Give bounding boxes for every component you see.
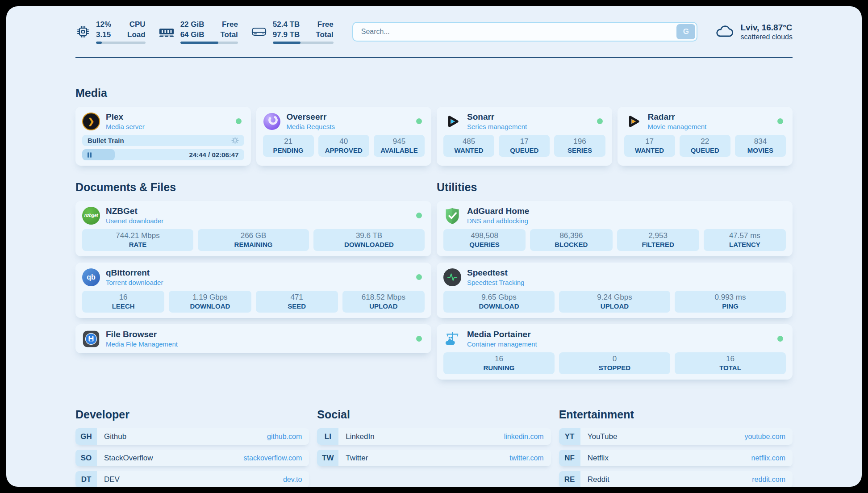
adguard-icon (443, 207, 461, 225)
stat-seed: 471 SEED (256, 291, 338, 313)
stat-value: 0 (613, 355, 617, 363)
speedtest-card[interactable]: Speedtest Speedtest Tracking 9.65 Gbps D… (437, 263, 793, 318)
stat-queued: 17 QUEUED (499, 135, 550, 157)
filebrowser-card[interactable]: File Browser Media File Management (75, 324, 431, 353)
app-name: Overseerr (287, 112, 335, 122)
cpu-label: CPU (127, 20, 146, 29)
ram-free-label: Free (221, 20, 238, 29)
stat-label: PING (722, 302, 739, 310)
link-url: github.com (267, 433, 302, 441)
stat-label: RATE (129, 241, 147, 248)
search-input[interactable] (352, 22, 698, 42)
app-name: NZBGet (106, 206, 163, 216)
stat-value: 16 (495, 355, 503, 363)
link-dev[interactable]: DT DEV dev.to (75, 471, 309, 487)
now-playing-row[interactable]: Bullet Train (82, 135, 244, 146)
stat-value: 40 (339, 137, 348, 146)
cpu-progress-bar (96, 42, 146, 44)
stat-upload: 9.24 Gbps UPLOAD (559, 291, 670, 313)
github-badge: GH (75, 428, 97, 445)
disk-free-label: Free (316, 20, 333, 29)
stat-pending: 21 PENDING (263, 135, 314, 157)
stat-value: 196 (573, 137, 586, 146)
plex-card[interactable]: ❯ Plex Media server Bullet Train (75, 107, 251, 166)
app-subtitle: Usenet downloader (106, 217, 163, 225)
stat-label: QUEUED (691, 146, 719, 154)
search-engine-button[interactable]: G (676, 24, 695, 39)
stat-label: SEED (288, 302, 306, 310)
link-reddit[interactable]: RE Reddit reddit.com (559, 471, 793, 487)
app-subtitle: Speedtest Tracking (467, 279, 524, 286)
stat-download: 9.65 Gbps DOWNLOAD (443, 291, 555, 313)
stat-value: 945 (393, 137, 405, 146)
link-youtube[interactable]: YT YouTube youtube.com (559, 428, 793, 445)
link-twitter[interactable]: TW Twitter twitter.com (317, 450, 551, 466)
cpu-usage-value: 12% (96, 20, 111, 29)
social-section-title: Social (317, 408, 551, 421)
stat-value: 9.65 Gbps (481, 293, 516, 302)
app-name: Sonarr (467, 112, 527, 122)
app-name: File Browser (106, 330, 178, 339)
disk-total-value: 97.9 TB (273, 30, 300, 40)
media-section: Media ❯ Plex Media server Bullet Train (75, 87, 793, 166)
overseerr-card[interactable]: Overseerr Media Requests 21 PENDING 40 A… (256, 107, 432, 166)
stat-stopped: 0 STOPPED (559, 352, 670, 374)
stat-label: RUNNING (484, 364, 515, 372)
documents-section-title: Documents & Files (75, 181, 431, 194)
stat-value: 9.24 Gbps (597, 293, 632, 302)
stat-value: 471 (290, 293, 303, 302)
entertainment-section: Entertainment YT YouTube youtube.com NF … (559, 408, 793, 487)
stat-wanted: 485 WANTED (443, 135, 494, 157)
header-divider (75, 57, 793, 58)
ram-total-label: Total (221, 30, 238, 40)
cpu-load-value: 3.15 (96, 30, 111, 40)
weather-condition: scattered clouds (740, 33, 793, 41)
playback-time: 24:44 / 02:06:47 (189, 151, 239, 159)
status-dot (597, 118, 603, 124)
speedtest-icon (443, 268, 461, 286)
stat-label: UPLOAD (601, 302, 629, 310)
link-linkedin[interactable]: LI LinkedIn linkedin.com (317, 428, 551, 445)
link-stackoverflow[interactable]: SO StackOverflow stackoverflow.com (75, 450, 309, 466)
sonarr-card[interactable]: Sonarr Series management 485 WANTED 17 Q… (437, 107, 612, 166)
pause-icon (88, 152, 92, 158)
ram-stat: 22 GiB 64 GiB Free Total (158, 20, 238, 44)
stat-value: 618.52 Mbps (362, 293, 405, 302)
app-name: qBittorrent (106, 268, 163, 278)
link-name: Netflix (588, 454, 609, 463)
status-dot (236, 118, 242, 124)
status-dot (777, 118, 783, 124)
reddit-badge: RE (559, 471, 580, 487)
link-url: dev.to (283, 476, 302, 484)
youtube-badge: YT (559, 428, 580, 445)
nzbget-card[interactable]: nzbget NZBGet Usenet downloader 744.21 M… (75, 201, 431, 256)
stat-label: QUEUED (510, 146, 538, 154)
stat-label: STOPPED (599, 364, 630, 372)
link-url: twitter.com (509, 454, 543, 462)
link-netflix[interactable]: NF Netflix netflix.com (559, 450, 793, 466)
adguard-card[interactable]: AdGuard Home DNS and adblocking 498,508 … (437, 201, 793, 256)
qbittorrent-icon: qb (82, 268, 100, 286)
stat-latency: 47.57 ms LATENCY (704, 229, 786, 251)
cloud-icon (714, 23, 734, 40)
netflix-badge: NF (559, 450, 580, 466)
dashboard: { "topbar": { "cpu": { "values": ["12%",… (0, 0, 868, 493)
disk-icon (250, 24, 267, 39)
stat-label: UPLOAD (369, 302, 397, 310)
search-bar: G (352, 22, 698, 42)
qbittorrent-card[interactable]: qb qBittorrent Torrent downloader 16 LEE… (75, 263, 431, 318)
sonarr-icon (443, 113, 461, 130)
stat-value: 21 (284, 137, 292, 146)
stat-rate: 744.21 Mbps RATE (82, 229, 193, 251)
radarr-card[interactable]: Radarr Movie management 17 WANTED 22 QUE… (618, 107, 793, 166)
stat-label: REMAINING (234, 241, 273, 248)
link-github[interactable]: GH Github github.com (75, 428, 309, 445)
stat-leech: 16 LEECH (82, 291, 164, 313)
stat-label: BLOCKED (555, 241, 588, 248)
ram-total-value: 64 GiB (180, 30, 204, 40)
gear-icon[interactable] (231, 137, 239, 144)
stat-value: 39.6 TB (356, 231, 382, 240)
stat-value: 47.57 ms (729, 231, 760, 240)
portainer-card[interactable]: Media Portainer Container management 16 … (437, 324, 793, 380)
app-name: Speedtest (467, 268, 524, 278)
